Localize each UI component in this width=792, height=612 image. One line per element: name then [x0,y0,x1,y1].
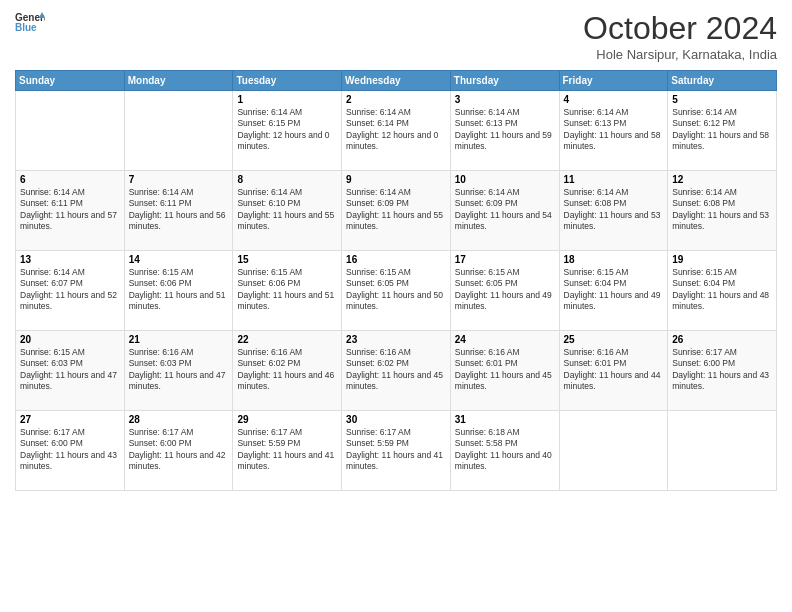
day-info: Sunrise: 6:16 AMSunset: 6:02 PMDaylight:… [237,347,337,393]
day-number: 19 [672,254,772,265]
day-info: Sunrise: 6:18 AMSunset: 5:58 PMDaylight:… [455,427,555,473]
day-info: Sunrise: 6:14 AMSunset: 6:11 PMDaylight:… [129,187,229,233]
day-number: 11 [564,174,664,185]
calendar-week-row: 13 Sunrise: 6:14 AMSunset: 6:07 PMDaylig… [16,251,777,331]
calendar-cell: 31 Sunrise: 6:18 AMSunset: 5:58 PMDaylig… [450,411,559,491]
calendar-week-row: 27 Sunrise: 6:17 AMSunset: 6:00 PMDaylig… [16,411,777,491]
day-number: 25 [564,334,664,345]
calendar-cell: 1 Sunrise: 6:14 AMSunset: 6:15 PMDayligh… [233,91,342,171]
day-number: 16 [346,254,446,265]
day-info: Sunrise: 6:16 AMSunset: 6:03 PMDaylight:… [129,347,229,393]
header: General Blue October 2024 Hole Narsipur,… [15,10,777,62]
day-number: 31 [455,414,555,425]
day-info: Sunrise: 6:14 AMSunset: 6:13 PMDaylight:… [455,107,555,153]
day-number: 7 [129,174,229,185]
calendar-cell: 7 Sunrise: 6:14 AMSunset: 6:11 PMDayligh… [124,171,233,251]
calendar-cell [124,91,233,171]
day-info: Sunrise: 6:15 AMSunset: 6:05 PMDaylight:… [346,267,446,313]
day-number: 9 [346,174,446,185]
day-info: Sunrise: 6:14 AMSunset: 6:11 PMDaylight:… [20,187,120,233]
day-number: 10 [455,174,555,185]
calendar-cell: 11 Sunrise: 6:14 AMSunset: 6:08 PMDaylig… [559,171,668,251]
calendar-cell: 18 Sunrise: 6:15 AMSunset: 6:04 PMDaylig… [559,251,668,331]
day-number: 8 [237,174,337,185]
calendar-cell: 4 Sunrise: 6:14 AMSunset: 6:13 PMDayligh… [559,91,668,171]
day-number: 21 [129,334,229,345]
calendar-cell: 22 Sunrise: 6:16 AMSunset: 6:02 PMDaylig… [233,331,342,411]
day-info: Sunrise: 6:15 AMSunset: 6:05 PMDaylight:… [455,267,555,313]
weekday-header: Friday [559,71,668,91]
calendar-cell: 8 Sunrise: 6:14 AMSunset: 6:10 PMDayligh… [233,171,342,251]
calendar-cell: 24 Sunrise: 6:16 AMSunset: 6:01 PMDaylig… [450,331,559,411]
calendar-cell: 27 Sunrise: 6:17 AMSunset: 6:00 PMDaylig… [16,411,125,491]
day-number: 24 [455,334,555,345]
day-number: 23 [346,334,446,345]
day-number: 28 [129,414,229,425]
day-number: 2 [346,94,446,105]
day-number: 14 [129,254,229,265]
calendar-cell: 21 Sunrise: 6:16 AMSunset: 6:03 PMDaylig… [124,331,233,411]
calendar-cell: 20 Sunrise: 6:15 AMSunset: 6:03 PMDaylig… [16,331,125,411]
day-info: Sunrise: 6:16 AMSunset: 6:01 PMDaylight:… [455,347,555,393]
calendar-cell: 15 Sunrise: 6:15 AMSunset: 6:06 PMDaylig… [233,251,342,331]
calendar-cell: 10 Sunrise: 6:14 AMSunset: 6:09 PMDaylig… [450,171,559,251]
title-block: October 2024 Hole Narsipur, Karnataka, I… [583,10,777,62]
day-number: 13 [20,254,120,265]
day-number: 18 [564,254,664,265]
day-number: 15 [237,254,337,265]
location: Hole Narsipur, Karnataka, India [583,47,777,62]
weekday-header: Thursday [450,71,559,91]
day-info: Sunrise: 6:15 AMSunset: 6:06 PMDaylight:… [237,267,337,313]
calendar-cell [16,91,125,171]
day-number: 4 [564,94,664,105]
calendar-cell: 25 Sunrise: 6:16 AMSunset: 6:01 PMDaylig… [559,331,668,411]
calendar-cell: 23 Sunrise: 6:16 AMSunset: 6:02 PMDaylig… [342,331,451,411]
day-info: Sunrise: 6:14 AMSunset: 6:08 PMDaylight:… [564,187,664,233]
day-info: Sunrise: 6:17 AMSunset: 6:00 PMDaylight:… [129,427,229,473]
calendar-cell: 6 Sunrise: 6:14 AMSunset: 6:11 PMDayligh… [16,171,125,251]
calendar-cell: 9 Sunrise: 6:14 AMSunset: 6:09 PMDayligh… [342,171,451,251]
page: General Blue October 2024 Hole Narsipur,… [0,0,792,612]
day-info: Sunrise: 6:17 AMSunset: 5:59 PMDaylight:… [346,427,446,473]
calendar-cell: 2 Sunrise: 6:14 AMSunset: 6:14 PMDayligh… [342,91,451,171]
weekday-header: Tuesday [233,71,342,91]
day-number: 3 [455,94,555,105]
day-info: Sunrise: 6:15 AMSunset: 6:04 PMDaylight:… [564,267,664,313]
calendar-cell: 29 Sunrise: 6:17 AMSunset: 5:59 PMDaylig… [233,411,342,491]
calendar-cell [668,411,777,491]
day-info: Sunrise: 6:14 AMSunset: 6:13 PMDaylight:… [564,107,664,153]
day-info: Sunrise: 6:14 AMSunset: 6:10 PMDaylight:… [237,187,337,233]
day-number: 12 [672,174,772,185]
calendar: SundayMondayTuesdayWednesdayThursdayFrid… [15,70,777,491]
day-info: Sunrise: 6:17 AMSunset: 5:59 PMDaylight:… [237,427,337,473]
weekday-header: Sunday [16,71,125,91]
day-info: Sunrise: 6:15 AMSunset: 6:04 PMDaylight:… [672,267,772,313]
day-number: 30 [346,414,446,425]
weekday-header: Monday [124,71,233,91]
calendar-cell: 17 Sunrise: 6:15 AMSunset: 6:05 PMDaylig… [450,251,559,331]
day-info: Sunrise: 6:14 AMSunset: 6:12 PMDaylight:… [672,107,772,153]
day-info: Sunrise: 6:16 AMSunset: 6:02 PMDaylight:… [346,347,446,393]
day-number: 1 [237,94,337,105]
day-info: Sunrise: 6:17 AMSunset: 6:00 PMDaylight:… [20,427,120,473]
calendar-week-row: 20 Sunrise: 6:15 AMSunset: 6:03 PMDaylig… [16,331,777,411]
day-number: 20 [20,334,120,345]
day-number: 6 [20,174,120,185]
day-number: 17 [455,254,555,265]
svg-text:Blue: Blue [15,22,37,33]
month-title: October 2024 [583,10,777,47]
day-info: Sunrise: 6:14 AMSunset: 6:08 PMDaylight:… [672,187,772,233]
day-info: Sunrise: 6:14 AMSunset: 6:09 PMDaylight:… [455,187,555,233]
day-number: 5 [672,94,772,105]
day-number: 29 [237,414,337,425]
day-info: Sunrise: 6:14 AMSunset: 6:14 PMDaylight:… [346,107,446,153]
weekday-header: Saturday [668,71,777,91]
calendar-cell: 26 Sunrise: 6:17 AMSunset: 6:00 PMDaylig… [668,331,777,411]
logo: General Blue [15,10,45,34]
day-number: 27 [20,414,120,425]
calendar-cell: 28 Sunrise: 6:17 AMSunset: 6:00 PMDaylig… [124,411,233,491]
day-number: 22 [237,334,337,345]
calendar-cell: 19 Sunrise: 6:15 AMSunset: 6:04 PMDaylig… [668,251,777,331]
calendar-week-row: 1 Sunrise: 6:14 AMSunset: 6:15 PMDayligh… [16,91,777,171]
calendar-cell: 3 Sunrise: 6:14 AMSunset: 6:13 PMDayligh… [450,91,559,171]
